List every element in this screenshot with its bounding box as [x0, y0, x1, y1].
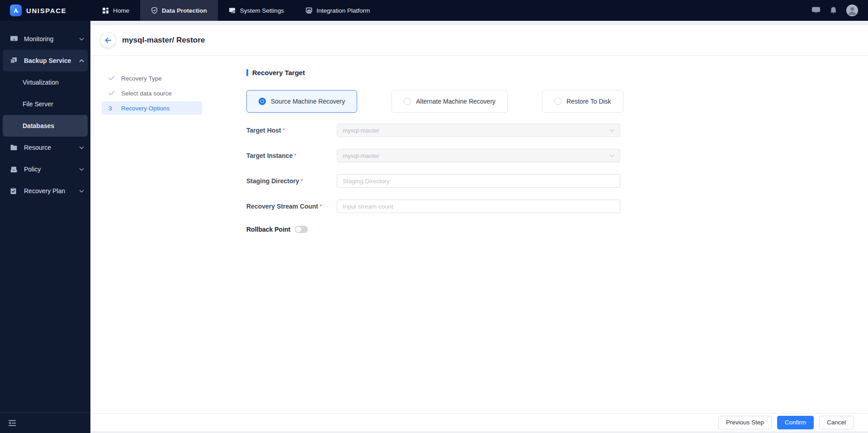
option-restore-to-disk[interactable]: Restore To Disk: [542, 90, 623, 113]
page-title: mysql-master/ Restore: [122, 36, 205, 45]
sidebar-item-resource[interactable]: Resource: [0, 137, 90, 158]
recovery-options-form: Recovery Target Source Machine Recovery …: [246, 68, 868, 413]
target-host-label: Target Host*: [246, 127, 337, 134]
main-content: mysql-master/ Restore Recovery Type: [90, 21, 868, 433]
message-icon: [811, 6, 821, 14]
rollback-point-toggle[interactable]: [295, 226, 308, 233]
archive-icon: [10, 166, 18, 173]
staging-directory-input[interactable]: [337, 174, 620, 188]
radio-icon: [554, 98, 561, 105]
sidebar-item-recovery-plan[interactable]: Recovery Plan: [0, 180, 90, 202]
chevron-down-icon: [79, 38, 84, 41]
required-mark: *: [294, 152, 296, 159]
step-recovery-type[interactable]: Recovery Type: [102, 71, 202, 85]
chevron-down-icon: [79, 168, 84, 171]
check-icon: [108, 76, 115, 81]
title-accent-bar: [246, 69, 248, 76]
sidebar-item-monitoring[interactable]: Monitoring: [0, 28, 90, 50]
sidebar-nav: Monitoring Backup Service Virtualizatio: [0, 21, 90, 413]
option-alternate-machine-recovery[interactable]: Alternate Machine Recovery: [392, 90, 508, 113]
shield-check-icon: [151, 7, 158, 14]
collapse-sidebar-icon: [8, 420, 16, 426]
tab-data-protection[interactable]: Data Protection: [140, 0, 218, 21]
step-select-data-source[interactable]: Select data source: [102, 86, 202, 100]
tab-integration-platform[interactable]: Integration Platform: [295, 0, 381, 21]
previous-step-button[interactable]: Previous Step: [718, 416, 772, 429]
mountain-logo-icon: [10, 5, 22, 16]
monitor-gear-icon: [229, 7, 236, 14]
step-number: 3: [108, 105, 115, 112]
stream-count-label: Recovery Stream Count*: [246, 203, 337, 210]
bar-chart-icon: [306, 7, 312, 14]
option-source-machine-recovery[interactable]: Source Machine Recovery: [246, 90, 357, 113]
sidebar-item-policy[interactable]: Policy: [0, 158, 90, 180]
radio-selected-icon: [259, 98, 266, 105]
rollback-point-label: Rollback Point: [246, 226, 290, 233]
nav-tabs: Home Data Protection System Settings Int…: [91, 0, 381, 21]
arrow-left-icon: [104, 37, 112, 43]
back-button[interactable]: [101, 33, 115, 48]
bell-icon: [830, 6, 837, 14]
target-instance-row: Target Instance* mysql-master: [246, 149, 868, 162]
required-mark: *: [283, 127, 285, 134]
target-host-select[interactable]: mysql-master: [337, 124, 620, 137]
confirm-button[interactable]: Confirm: [777, 416, 814, 429]
user-menu-button[interactable]: [846, 5, 858, 16]
chevron-down-icon: [79, 146, 84, 149]
sidebar-item-file-server[interactable]: File Server: [0, 93, 90, 115]
recovery-target-options: Source Machine Recovery Alternate Machin…: [246, 90, 868, 113]
folder-icon: [10, 144, 18, 151]
top-navbar: UNISPACE Home Data Protection System Set…: [0, 0, 868, 21]
target-instance-select[interactable]: mysql-master: [337, 149, 620, 162]
stream-count-row: Recovery Stream Count*: [246, 200, 868, 213]
required-mark: *: [301, 177, 303, 185]
content-card: mysql-master/ Restore Recovery Type: [90, 25, 868, 431]
toggle-knob-icon: [296, 227, 301, 232]
brand: UNISPACE: [0, 5, 91, 16]
stream-count-input[interactable]: [337, 200, 620, 213]
action-footer: Previous Step Confirm Cancel: [90, 413, 868, 431]
chevron-down-icon: [79, 190, 84, 193]
clipboard-check-icon: [10, 187, 18, 195]
chevron-down-icon: [609, 154, 614, 157]
copy-icon: [10, 57, 18, 64]
sidebar-item-virtualization[interactable]: Virtualization: [0, 71, 90, 93]
target-instance-label: Target Instance*: [246, 152, 337, 159]
rollback-point-row: Rollback Point: [246, 225, 868, 234]
cancel-button[interactable]: Cancel: [819, 416, 854, 429]
screen-share-icon: [10, 35, 18, 43]
sidebar-item-databases[interactable]: Databases: [3, 115, 88, 137]
notification-button[interactable]: [830, 6, 837, 14]
sidebar: Monitoring Backup Service Virtualizatio: [0, 21, 90, 433]
tab-system-settings[interactable]: System Settings: [218, 0, 295, 21]
page-body: Recovery Type Select data source 3 Recov…: [90, 56, 868, 413]
staging-directory-label: Staging Directory*: [246, 177, 337, 185]
app-shell: Monitoring Backup Service Virtualizatio: [0, 21, 868, 433]
collapse-sidebar-button[interactable]: [8, 420, 16, 426]
brand-name: UNISPACE: [26, 7, 66, 14]
target-host-row: Target Host* mysql-master: [246, 124, 868, 137]
staging-directory-row: Staging Directory*: [246, 174, 868, 188]
chevron-up-icon: [79, 59, 84, 62]
section-title: Recovery Target: [246, 68, 868, 77]
required-mark: *: [320, 203, 322, 210]
user-avatar: [846, 5, 858, 16]
page-header: mysql-master/ Restore: [90, 25, 868, 56]
check-icon: [108, 91, 115, 95]
chevron-down-icon: [609, 129, 614, 132]
navbar-right: [811, 5, 868, 16]
grid-icon: [102, 7, 109, 14]
sidebar-footer: [0, 413, 90, 433]
app-window: UNISPACE Home Data Protection System Set…: [0, 0, 868, 433]
tab-home[interactable]: Home: [91, 0, 140, 21]
step-recovery-options[interactable]: 3 Recovery Options: [102, 101, 202, 115]
radio-icon: [404, 98, 411, 105]
wizard-steps: Recovery Type Select data source 3 Recov…: [102, 68, 246, 413]
message-button[interactable]: [811, 6, 821, 14]
sidebar-item-backup-service[interactable]: Backup Service: [3, 50, 88, 71]
